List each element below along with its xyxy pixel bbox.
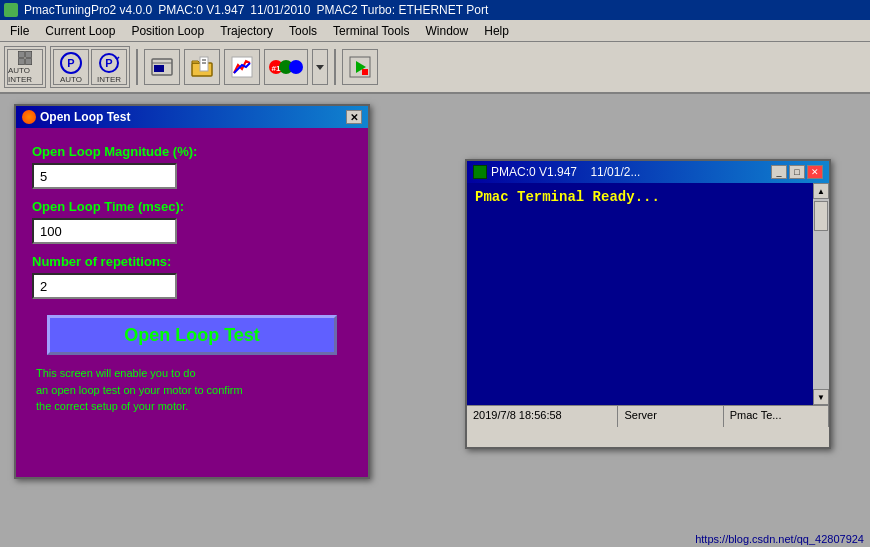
svg-rect-23 <box>362 69 368 75</box>
svg-rect-2 <box>18 59 24 65</box>
status-pmac-te: Pmac Te... <box>724 406 829 427</box>
p-circle-icon: P <box>59 51 83 75</box>
menu-position-loop[interactable]: Position Loop <box>123 22 212 40</box>
p-circle-arrows-icon: P <box>97 51 121 75</box>
menu-tools[interactable]: Tools <box>281 22 325 40</box>
pmac-info: PMAC:0 V1.947 <box>158 3 244 17</box>
scroll-down-arrow[interactable]: ▼ <box>813 389 829 405</box>
terminal-status-bar: 2019/7/8 18:56:58 Server Pmac Te... <box>467 405 829 427</box>
magnitude-label: Open Loop Magnitude (%): <box>32 144 352 159</box>
toolbar-sep-2 <box>334 49 336 85</box>
connection-info: PMAC2 Turbo: ETHERNET Port <box>316 3 488 17</box>
menu-file[interactable]: File <box>2 22 37 40</box>
open-loop-test-button[interactable]: Open Loop Test <box>47 315 337 355</box>
main-area: Open Loop Test ✕ Open Loop Magnitude (%)… <box>0 94 870 547</box>
dialog-title-bar: Open Loop Test ✕ <box>16 106 368 128</box>
svg-rect-12 <box>200 57 208 71</box>
menu-trajectory[interactable]: Trajectory <box>212 22 281 40</box>
svg-rect-0 <box>18 51 24 57</box>
terminal-screen: Pmac Terminal Ready... ▲ ▼ <box>467 183 829 405</box>
svg-text:#1: #1 <box>272 64 281 73</box>
menu-bar: File Current Loop Position Loop Trajecto… <box>0 20 870 42</box>
svg-text:P: P <box>67 57 74 69</box>
toolbar-group-2: P AUTO P INTER <box>50 46 130 88</box>
dialog-close-button[interactable]: ✕ <box>346 110 362 124</box>
menu-window[interactable]: Window <box>418 22 477 40</box>
terminal-close-button[interactable]: ✕ <box>807 165 823 179</box>
description-line3: the correct setup of your motor. <box>36 400 188 412</box>
status-url: https://blog.csdn.net/qq_42807924 <box>695 533 864 545</box>
terminal-ready-text: Pmac Terminal Ready... <box>475 189 821 205</box>
status-timestamp: 2019/7/8 18:56:58 <box>467 406 618 427</box>
repetitions-input[interactable] <box>32 273 177 299</box>
terminal-title-icon <box>473 165 487 179</box>
axes-icon: #1 <box>268 55 304 79</box>
toolbar-sep-1 <box>136 49 138 85</box>
scroll-thumb[interactable] <box>814 201 828 231</box>
status-server: Server <box>618 406 723 427</box>
toolbar-p-auto-btn[interactable]: P AUTO <box>53 49 89 85</box>
menu-current-loop[interactable]: Current Loop <box>37 22 123 40</box>
description-text: This screen will enable you to do an ope… <box>32 365 352 415</box>
terminal-title-left: PMAC:0 V1.947 11/01/2... <box>473 165 640 179</box>
run-icon <box>348 55 372 79</box>
toolbar-axes-btn[interactable]: #1 <box>264 49 308 85</box>
toolbar-dropdown-btn[interactable] <box>312 49 328 85</box>
description-line1: This screen will enable you to do <box>36 367 196 379</box>
grid-icon <box>13 50 37 66</box>
svg-rect-1 <box>26 51 32 57</box>
magnitude-input[interactable] <box>32 163 177 189</box>
svg-text:P: P <box>105 57 112 69</box>
app-icon <box>4 3 18 17</box>
toolbar-grid-btn[interactable]: AUTO INTER <box>7 49 43 85</box>
terminal-window: PMAC:0 V1.947 11/01/2... _ □ ✕ Pmac Term… <box>465 159 831 449</box>
svg-point-18 <box>289 60 303 74</box>
terminal-scrollbar[interactable]: ▲ ▼ <box>813 183 829 405</box>
svg-rect-10 <box>154 65 164 72</box>
toolbar-file-btn[interactable] <box>184 49 220 85</box>
toolbar-p-inter-label: INTER <box>97 75 121 84</box>
time-input[interactable] <box>32 218 177 244</box>
terminal-maximize-button[interactable]: □ <box>789 165 805 179</box>
title-bar: PmacTuningPro2 v4.0.0 PMAC:0 V1.947 11/0… <box>0 0 870 20</box>
dropdown-arrow-icon <box>314 61 326 73</box>
toolbar-p-inter-btn[interactable]: P INTER <box>91 49 127 85</box>
terminal-title-bar: PMAC:0 V1.947 11/01/2... _ □ ✕ <box>467 161 829 183</box>
svg-marker-20 <box>316 65 324 70</box>
description-line2: an open loop test on your motor to confi… <box>36 384 243 396</box>
toolbar-terminal-btn[interactable] <box>144 49 180 85</box>
svg-rect-3 <box>26 59 32 65</box>
app-title: PmacTuningPro2 v4.0.0 <box>24 3 152 17</box>
toolbar-group-1: AUTO INTER <box>4 46 46 88</box>
toolbar: AUTO INTER P AUTO P INTER <box>0 42 870 94</box>
time-label: Open Loop Time (msec): <box>32 199 352 214</box>
dialog-content: Open Loop Magnitude (%): Open Loop Time … <box>16 128 368 425</box>
dialog-icon <box>22 110 36 124</box>
dialog-title-text: Open Loop Test <box>40 110 130 124</box>
toolbar-p-auto-label: AUTO <box>60 75 82 84</box>
menu-help[interactable]: Help <box>476 22 517 40</box>
app-status-bar: https://blog.csdn.net/qq_42807924 <box>689 531 870 547</box>
open-loop-dialog: Open Loop Test ✕ Open Loop Magnitude (%)… <box>14 104 370 479</box>
toolbar-run-btn[interactable] <box>342 49 378 85</box>
terminal-title-text: PMAC:0 V1.947 11/01/2... <box>491 165 640 179</box>
menu-terminal-tools[interactable]: Terminal Tools <box>325 22 417 40</box>
toolbar-plot-btn[interactable] <box>224 49 260 85</box>
dialog-title-left: Open Loop Test <box>22 110 130 124</box>
terminal-minimize-button[interactable]: _ <box>771 165 787 179</box>
repetitions-label: Number of repetitions: <box>32 254 352 269</box>
toolbar-auto-label: AUTO INTER <box>8 66 42 84</box>
folder-icon <box>190 55 214 79</box>
plot-icon <box>230 55 254 79</box>
terminal-icon <box>150 55 174 79</box>
date-info: 11/01/2010 <box>250 3 310 17</box>
terminal-window-buttons: _ □ ✕ <box>771 165 823 179</box>
scroll-up-arrow[interactable]: ▲ <box>813 183 829 199</box>
